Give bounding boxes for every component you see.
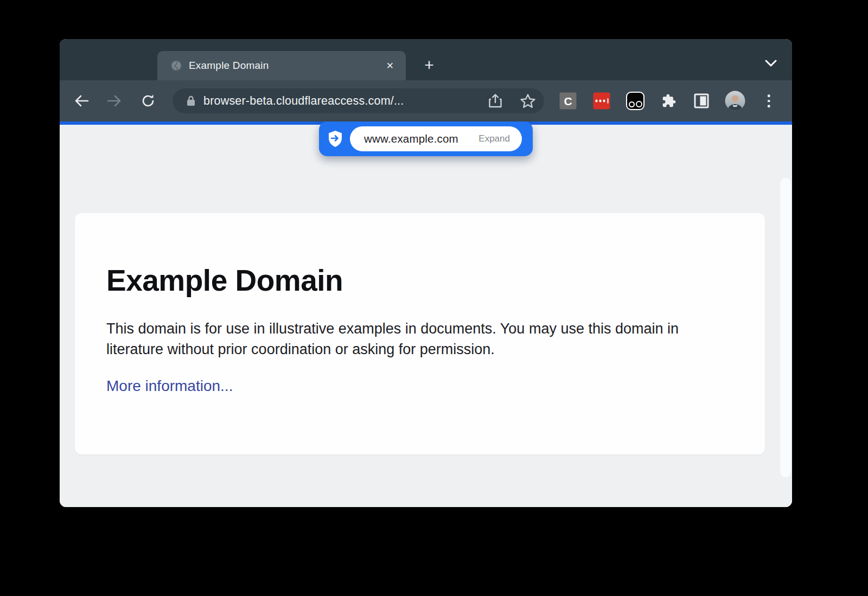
toolbar: browser-beta.cloudflareaccess.com/... C [60,80,792,121]
circle-right [636,101,642,107]
new-tab-button[interactable]: + [419,55,439,76]
circle-left [629,101,635,107]
isolation-url-badge[interactable]: www.example.com Expand [319,121,533,156]
kebab-menu-icon [768,94,770,97]
page-viewport: www.example.com Expand Example Domain Th… [60,125,792,507]
tab-title: Example Domain [189,60,269,72]
back-icon[interactable] [74,94,89,107]
browser-menu-button[interactable] [768,94,770,107]
red-dots-glyph [595,99,608,104]
puzzle-piece-icon [662,94,676,108]
bookmark-button[interactable] [512,93,544,108]
side-panel-button[interactable] [694,94,709,108]
more-information-link[interactable]: More information... [106,377,233,395]
expand-button[interactable]: Expand [478,133,510,144]
page-title: Example Domain [106,263,732,298]
reload-icon[interactable] [141,93,156,108]
tab-example-domain[interactable]: Example Domain ✕ [157,51,406,80]
star-icon [520,93,536,108]
person-photo-icon [725,91,745,111]
globe-favicon-icon [170,60,182,72]
share-icon [488,93,502,108]
extension-black-circles-icon[interactable] [626,92,644,110]
shield-arrow-icon [327,130,343,148]
isolated-host: www.example.com [364,132,458,145]
browser-window: Example Domain ✕ + browser-beta.cloudfla… [60,39,792,507]
forward-icon[interactable] [107,94,122,107]
scrollbar-thumb[interactable] [780,178,791,477]
chevron-down-icon[interactable] [765,60,777,67]
side-panel-icon [700,97,706,106]
extension-c-icon[interactable]: C [560,93,577,110]
tab-close-icon[interactable]: ✕ [386,61,394,71]
extensions-menu-button[interactable] [662,94,676,108]
url-text[interactable]: browser-beta.cloudflareaccess.com/... [203,94,404,108]
extension-c-label: C [564,94,572,107]
share-button[interactable] [479,93,512,108]
extension-red-dots-icon[interactable] [593,93,610,110]
address-bar[interactable]: browser-beta.cloudflareaccess.com/... [173,88,544,113]
tab-strip: Example Domain ✕ + [60,39,792,80]
page-paragraph: This domain is for use in illustrative e… [106,318,730,360]
isolated-site-pill[interactable]: www.example.com Expand [350,126,522,151]
lock-icon[interactable] [186,95,196,107]
profile-avatar[interactable] [725,91,745,111]
content-card: Example Domain This domain is for use in… [75,213,765,454]
